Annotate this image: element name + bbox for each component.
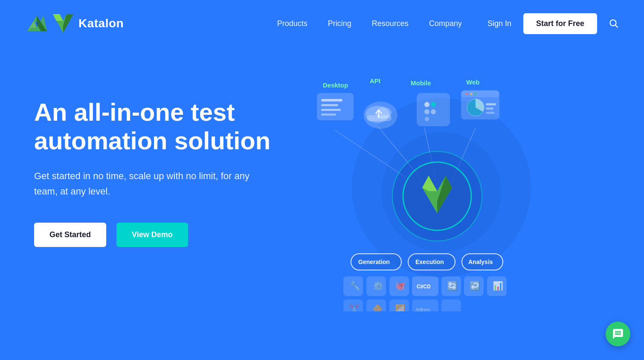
chat-icon bbox=[612, 328, 624, 340]
start-free-button[interactable]: Start for Free bbox=[523, 13, 597, 34]
svg-rect-20 bbox=[321, 113, 336, 116]
svg-rect-54 bbox=[366, 276, 386, 296]
svg-rect-70 bbox=[389, 299, 409, 311]
svg-rect-16 bbox=[317, 93, 354, 120]
svg-text:Mobile: Mobile bbox=[411, 79, 431, 87]
svg-text:✂️: ✂️ bbox=[349, 304, 360, 311]
svg-text:API: API bbox=[370, 77, 380, 84]
navbar: Katalon Products Pricing Resources Compa… bbox=[0, 0, 644, 47]
svg-text:Web: Web bbox=[466, 78, 479, 86]
svg-point-34 bbox=[466, 93, 468, 95]
svg-point-35 bbox=[470, 93, 473, 95]
svg-text:🔶: 🔶 bbox=[372, 304, 383, 311]
hero-buttons: Get Started View Demo bbox=[34, 223, 273, 247]
hero-left: An all-in-one test automation solution G… bbox=[34, 73, 273, 247]
svg-rect-64 bbox=[487, 276, 507, 296]
svg-text:CI/CD: CI/CD bbox=[417, 284, 431, 290]
nav-links: Products Pricing Resources Company bbox=[277, 19, 462, 28]
svg-text:🔄: 🔄 bbox=[447, 281, 458, 291]
svg-rect-38 bbox=[486, 103, 496, 105]
svg-rect-56 bbox=[389, 276, 409, 296]
bg-circle-medium bbox=[382, 132, 501, 252]
svg-marker-4 bbox=[53, 14, 63, 21]
svg-rect-74 bbox=[441, 299, 461, 311]
svg-rect-66 bbox=[343, 299, 363, 311]
svg-rect-60 bbox=[441, 276, 461, 296]
svg-text:⚙️: ⚙️ bbox=[373, 281, 383, 291]
logo-link[interactable]: Katalon bbox=[26, 12, 124, 35]
svg-text:Generation: Generation bbox=[358, 258, 390, 265]
resources-link[interactable]: Resources bbox=[372, 19, 409, 28]
nav-item-resources[interactable]: Resources bbox=[372, 19, 409, 28]
svg-rect-68 bbox=[366, 299, 386, 311]
svg-text:Desktop: Desktop bbox=[323, 81, 348, 89]
katalon-logo-icon bbox=[26, 12, 48, 35]
svg-text:📊: 📊 bbox=[493, 281, 503, 291]
hero-subtitle: Get started in no time, scale up with no… bbox=[34, 168, 273, 198]
svg-marker-5 bbox=[63, 14, 73, 33]
svg-rect-18 bbox=[321, 104, 338, 106]
svg-text:🔧: 🔧 bbox=[350, 281, 360, 291]
products-link[interactable]: Products bbox=[277, 19, 307, 28]
svg-rect-17 bbox=[321, 99, 342, 102]
hero-title: An all-in-one test automation solution bbox=[34, 98, 273, 155]
svg-rect-72 bbox=[412, 299, 438, 311]
svg-point-36 bbox=[474, 93, 477, 95]
nav-item-pricing[interactable]: Pricing bbox=[328, 19, 351, 28]
svg-rect-62 bbox=[464, 276, 484, 296]
get-started-button[interactable]: Get Started bbox=[34, 223, 106, 247]
svg-line-7 bbox=[615, 25, 618, 28]
view-demo-button[interactable]: View Demo bbox=[116, 223, 188, 247]
svg-text:↩️: ↩️ bbox=[470, 281, 480, 291]
company-link[interactable]: Company bbox=[429, 19, 462, 28]
svg-rect-52 bbox=[343, 276, 363, 296]
svg-text:Jdfgm: Jdfgm bbox=[415, 307, 430, 311]
svg-rect-58 bbox=[412, 276, 438, 296]
nav-item-products[interactable]: Products bbox=[277, 19, 307, 28]
svg-rect-33 bbox=[461, 90, 499, 97]
search-button[interactable] bbox=[609, 19, 618, 28]
search-icon bbox=[609, 19, 618, 28]
svg-rect-19 bbox=[321, 109, 341, 111]
chat-bubble-button[interactable] bbox=[606, 322, 630, 346]
nav-item-company[interactable]: Company bbox=[429, 19, 462, 28]
katalon-v-icon bbox=[52, 12, 74, 35]
pricing-link[interactable]: Pricing bbox=[328, 19, 351, 28]
svg-text:🐙: 🐙 bbox=[395, 281, 406, 291]
svg-rect-39 bbox=[486, 107, 493, 110]
hero-section: An all-in-one test automation solution G… bbox=[0, 47, 644, 360]
nav-actions: Sign In Start for Free bbox=[487, 13, 618, 34]
svg-text:📶: 📶 bbox=[395, 304, 406, 311]
sign-in-button[interactable]: Sign In bbox=[487, 19, 511, 28]
hero-illustration: Desktop API Mobile Web bbox=[273, 64, 610, 311]
brand-name: Katalon bbox=[78, 17, 124, 30]
